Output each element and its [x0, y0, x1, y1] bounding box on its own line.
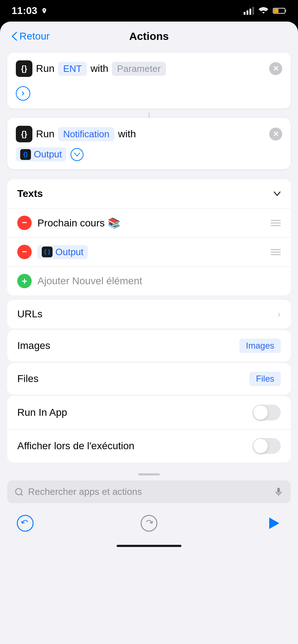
toggle-knob-2: [253, 439, 268, 453]
svg-point-4: [17, 515, 33, 531]
action-icon-2: {}: [16, 126, 32, 142]
svg-marker-6: [269, 518, 279, 529]
action-card-2: {} Run Notification with ✕ {} Output: [7, 118, 291, 169]
status-icons: [244, 7, 286, 15]
play-icon: [264, 515, 281, 532]
location-icon: [41, 8, 48, 14]
with-label-2: with: [118, 128, 136, 140]
battery-icon: [273, 7, 286, 14]
add-text-item-button[interactable]: +: [17, 274, 32, 288]
home-pill: [117, 545, 181, 547]
run-label-2: Run: [36, 128, 54, 140]
search-icon: [14, 487, 24, 497]
toggle-knob-1: [253, 405, 268, 420]
urls-label: URLs: [17, 308, 42, 320]
text-item-1: − Prochain cours 📚: [7, 208, 291, 238]
signal-bars: [244, 7, 254, 15]
action-icon-1: {}: [16, 60, 32, 77]
expand-button-1[interactable]: [16, 86, 30, 101]
output-tag-icon-2: { }: [42, 247, 53, 257]
redo-icon: [140, 515, 158, 532]
action-row-1: {} Run ENT with Parameter ✕: [16, 60, 282, 77]
back-label: Retour: [19, 31, 50, 42]
signal-bar-4: [252, 7, 254, 15]
microphone-icon[interactable]: [274, 487, 284, 497]
drag-handle-1[interactable]: [271, 220, 281, 226]
back-button[interactable]: Retour: [12, 31, 50, 42]
handle-pill: [138, 473, 160, 475]
files-item[interactable]: Files Files: [7, 363, 291, 395]
bottom-handle: [0, 473, 298, 475]
bottom-section: Rechercher apps et actions: [0, 473, 298, 553]
svg-rect-1: [285, 10, 286, 12]
signal-bar-3: [249, 9, 251, 15]
output-tag-icon: {}: [20, 149, 31, 160]
text-item-1-label: Prochain cours 📚: [37, 217, 265, 229]
svg-rect-2: [274, 9, 278, 13]
files-value-tag[interactable]: Files: [249, 372, 281, 386]
action-icon-label-1: {}: [21, 64, 27, 73]
afficher-item: Afficher lors de l'exécution: [7, 429, 291, 463]
chevron-down-icon: [74, 152, 80, 157]
svg-point-3: [15, 488, 22, 494]
output-icon-2: { }: [44, 249, 50, 255]
close-button-2[interactable]: ✕: [269, 128, 282, 141]
back-chevron-icon: [12, 32, 17, 41]
texts-header[interactable]: Texts: [7, 179, 291, 208]
signal-bar-1: [244, 12, 245, 15]
text-item-2-label: Output: [55, 247, 83, 258]
remove-text-item-2[interactable]: −: [17, 245, 32, 259]
with-label-1: with: [90, 63, 108, 74]
time-display: 11:03: [12, 5, 37, 17]
action-card-1: {} Run ENT with Parameter ✕: [7, 52, 291, 109]
output-row: {} Output: [16, 147, 282, 161]
wifi-icon: [258, 7, 268, 14]
actions-container: {} Run ENT with Parameter ✕: [0, 47, 298, 179]
undo-button[interactable]: [14, 512, 36, 534]
texts-chevron-icon: [274, 191, 281, 196]
afficher-label: Afficher lors de l'exécution: [17, 440, 134, 452]
status-bar: 11:03: [0, 0, 298, 22]
output-label: Output: [34, 149, 62, 160]
run-in-app-toggle[interactable]: [253, 405, 281, 420]
urls-item[interactable]: URLs ›: [7, 300, 291, 328]
page-title: Actions: [129, 30, 169, 42]
bottom-toolbar: [0, 507, 298, 541]
urls-section: URLs ›: [7, 300, 291, 328]
add-text-item-row[interactable]: + Ajouter Nouvel élément: [7, 267, 291, 295]
ent-tag[interactable]: ENT: [58, 62, 87, 76]
expand-output-button[interactable]: [71, 148, 83, 161]
drag-handle-2[interactable]: [271, 249, 281, 255]
search-placeholder: Rechercher apps et actions: [28, 486, 269, 497]
run-label-1: Run: [36, 63, 54, 74]
redo-button[interactable]: [138, 512, 160, 534]
close-button-1[interactable]: ✕: [269, 62, 282, 75]
toggles-section: Run In App Afficher lors de l'exécution: [7, 396, 291, 463]
status-time: 11:03: [12, 5, 48, 17]
texts-section: Texts − Prochain cours 📚 − { } Output: [7, 179, 291, 295]
files-section: Files Files: [7, 363, 291, 395]
parameter-tag[interactable]: Parameter: [112, 62, 166, 76]
output-tag-item[interactable]: { } Output: [37, 245, 88, 259]
chevron-right-icon: [20, 90, 26, 97]
text-item-2: − { } Output: [7, 238, 291, 267]
output-tag[interactable]: {} Output: [16, 147, 66, 161]
images-item[interactable]: Images Images: [7, 330, 291, 362]
action-icon-label-2: {}: [21, 129, 27, 139]
texts-title: Texts: [17, 188, 43, 199]
notification-tag[interactable]: Notification: [58, 127, 114, 141]
svg-point-5: [141, 515, 157, 531]
afficher-toggle[interactable]: [253, 438, 281, 454]
search-bar[interactable]: Rechercher apps et actions: [7, 480, 291, 503]
play-button[interactable]: [262, 512, 284, 534]
images-section: Images Images: [7, 330, 291, 362]
home-indicator: [0, 541, 298, 553]
files-label: Files: [17, 373, 39, 385]
images-value-tag[interactable]: Images: [239, 339, 281, 353]
remove-text-item-1[interactable]: −: [17, 216, 32, 230]
connector-line: [149, 113, 149, 118]
run-in-app-label: Run In App: [17, 407, 67, 418]
images-label: Images: [17, 340, 50, 351]
search-container: Rechercher apps et actions: [0, 480, 298, 507]
add-text-placeholder: Ajouter Nouvel élément: [37, 275, 281, 287]
